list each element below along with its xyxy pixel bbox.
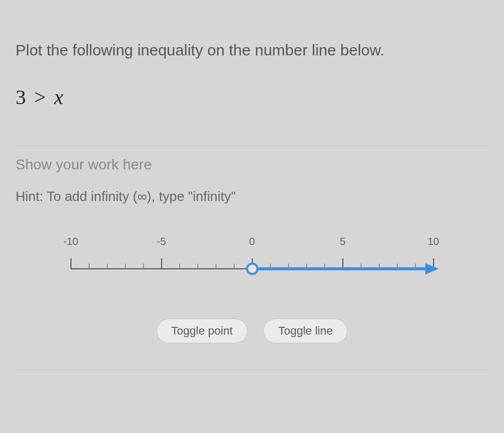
- number-line[interactable]: -10 -5 0 5 10: [71, 236, 434, 298]
- inequality-expression: 3 > x: [16, 85, 488, 109]
- tick-label: 5: [333, 236, 353, 248]
- toggle-buttons: Toggle point Toggle line: [16, 319, 488, 343]
- ray-arrowhead-icon: [425, 263, 439, 275]
- inequality-rhs: x: [54, 85, 64, 109]
- show-work-input[interactable]: Show your work here: [16, 156, 488, 173]
- hint-text: Hint: To add infinity (∞), type "infinit…: [16, 189, 488, 205]
- toggle-point-button[interactable]: Toggle point: [156, 319, 248, 343]
- tick-label: -10: [61, 236, 81, 248]
- tick-label: 0: [242, 236, 263, 248]
- tick-label: 10: [423, 236, 444, 248]
- exercise-card: Plot the following inequality on the num…: [0, 0, 504, 433]
- tick-label: -5: [151, 236, 172, 248]
- number-line-labels: -10 -5 0 5 10: [71, 236, 434, 248]
- card-end-divider: [16, 369, 488, 370]
- section-divider: [16, 146, 488, 146]
- inequality-op: >: [34, 85, 46, 109]
- number-line-svg[interactable]: [66, 251, 439, 287]
- prompt-text: Plot the following inequality on the num…: [16, 41, 488, 59]
- inequality-lhs: 3: [16, 85, 26, 109]
- toggle-line-button[interactable]: Toggle line: [263, 319, 348, 343]
- plotted-point-open[interactable]: [247, 264, 257, 274]
